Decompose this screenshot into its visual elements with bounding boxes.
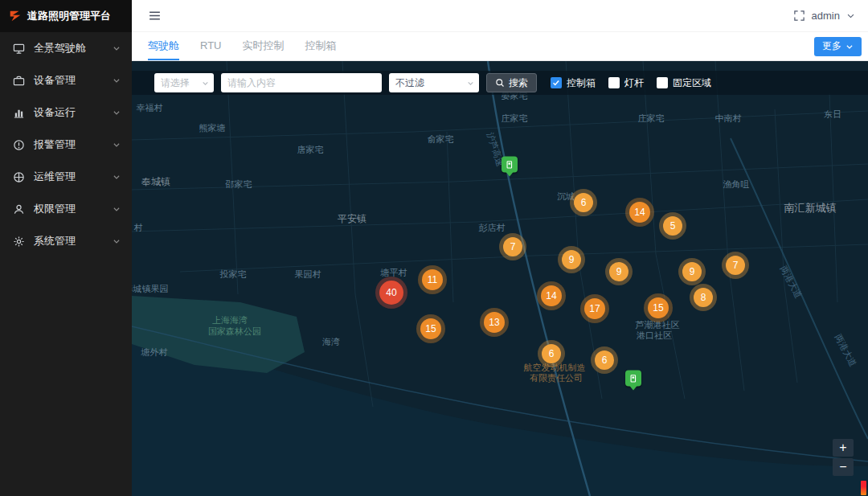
sidebar-item-device[interactable]: 设备管理 <box>0 64 132 96</box>
checkbox-label: 固定区域 <box>673 76 711 90</box>
filter-select[interactable]: 不过滤 <box>389 73 479 92</box>
user-name[interactable]: admin <box>812 10 840 22</box>
cluster-marker[interactable]: 14 <box>541 285 562 306</box>
logo-icon <box>8 9 23 23</box>
cluster-marker[interactable]: 6 <box>542 344 561 363</box>
checkbox-box[interactable] <box>608 77 620 88</box>
chevron-down-icon <box>113 109 121 117</box>
checkbox-fixed-region[interactable]: 固定区域 <box>657 76 711 90</box>
sidebar-item-system[interactable]: 系统管理 <box>0 225 132 257</box>
cluster-marker[interactable]: 17 <box>584 298 605 319</box>
more-button-label: 更多 <box>822 39 841 53</box>
search-icon <box>495 78 505 88</box>
chevron-down-icon <box>113 237 121 245</box>
tab-cockpit[interactable]: 驾驶舱 <box>148 32 179 60</box>
search-button[interactable]: 搜索 <box>486 73 537 92</box>
chevron-down-icon <box>113 205 121 213</box>
checkbox-control-box[interactable]: 控制箱 <box>551 76 596 90</box>
fullscreen-icon[interactable] <box>793 10 805 22</box>
chevron-down-icon <box>467 80 474 87</box>
layer-checkboxes: 控制箱 灯杆 固定区域 <box>551 76 711 90</box>
cluster-marker[interactable]: 7 <box>503 237 522 256</box>
top-header: admin <box>132 0 868 32</box>
cluster-marker[interactable]: 11 <box>422 269 443 290</box>
chevron-down-icon <box>113 173 121 181</box>
sidebar-item-label: 运维管理 <box>34 170 104 184</box>
app-root: 道路照明管理平台 全景驾驶舱 设备管理 设备运行 报警管理 运维管理 <box>0 0 868 496</box>
sidebar-item-maintenance[interactable]: 运维管理 <box>0 161 132 193</box>
hamburger-icon[interactable] <box>148 9 162 23</box>
station-pin[interactable] <box>625 370 641 394</box>
map-background <box>132 61 868 496</box>
sidebar-item-label: 全景驾驶舱 <box>34 41 104 55</box>
zoom-out-button[interactable]: − <box>833 458 854 476</box>
sidebar-item-cockpit[interactable]: 全景驾驶舱 <box>0 32 132 64</box>
chart-icon <box>13 106 26 119</box>
cluster-marker[interactable]: 5 <box>663 216 682 236</box>
cluster-marker[interactable]: 15 <box>648 297 669 318</box>
sidebar-item-label: 报警管理 <box>34 137 104 152</box>
cluster-marker[interactable]: 13 <box>484 312 505 333</box>
cluster-marker[interactable]: 9 <box>682 262 702 281</box>
map-canvas[interactable]: 请选择 不过滤 搜索 <box>132 61 868 496</box>
tab-box[interactable]: 控制箱 <box>305 32 336 60</box>
user-area: admin <box>793 10 855 22</box>
alarm-icon <box>13 138 26 151</box>
user-icon <box>13 203 26 215</box>
tab-realtime[interactable]: 实时控制 <box>242 32 284 60</box>
type-select[interactable]: 请选择 <box>154 73 214 92</box>
filter-select-value: 不过滤 <box>395 76 424 90</box>
cluster-marker[interactable]: 6 <box>574 193 593 212</box>
cluster-marker[interactable]: 14 <box>629 202 650 223</box>
gear-icon <box>13 235 26 248</box>
sidebar-item-label: 设备管理 <box>34 73 104 88</box>
pin-tip <box>629 385 637 394</box>
map-provider-logo <box>861 481 866 495</box>
sidebar-item-label: 权限管理 <box>34 202 104 216</box>
tab-rtu[interactable]: RTU <box>200 32 221 60</box>
cluster-marker[interactable]: 6 <box>595 350 614 370</box>
main-area: admin 驾驶舱RTU实时控制控制箱 更多 <box>132 0 868 496</box>
chevron-down-icon <box>113 44 121 52</box>
checkbox-box[interactable] <box>551 77 562 88</box>
checkbox-label: 控制箱 <box>567 76 596 90</box>
search-input[interactable] <box>221 73 382 92</box>
type-select-value: 请选择 <box>161 76 190 90</box>
tab-bar: 驾驶舱RTU实时控制控制箱 更多 <box>132 32 868 61</box>
checkbox-lamp-pole[interactable]: 灯杆 <box>608 76 644 90</box>
target-icon <box>13 170 26 183</box>
search-button-label: 搜索 <box>509 76 528 90</box>
sidebar-menu: 全景驾驶舱 设备管理 设备运行 报警管理 运维管理 权限管理 <box>0 32 132 257</box>
monitor-icon <box>13 42 26 55</box>
app-logo: 道路照明管理平台 <box>0 0 132 32</box>
cluster-marker[interactable]: 40 <box>379 281 403 305</box>
checkbox-label: 灯杆 <box>624 76 644 90</box>
sidebar-item-label: 系统管理 <box>34 234 104 248</box>
cluster-marker[interactable]: 8 <box>694 288 713 307</box>
cluster-marker[interactable]: 9 <box>562 250 581 269</box>
pin-tip <box>506 171 514 180</box>
chevron-down-icon[interactable] <box>846 11 855 20</box>
cluster-marker[interactable]: 7 <box>726 256 745 275</box>
sidebar: 道路照明管理平台 全景驾驶舱 设备管理 设备运行 报警管理 运维管理 <box>0 0 132 496</box>
sidebar-item-label: 设备运行 <box>34 105 104 120</box>
app-title: 道路照明管理平台 <box>27 9 111 23</box>
more-button[interactable]: 更多 <box>814 37 862 56</box>
zoom-in-button[interactable]: + <box>833 439 854 457</box>
cluster-marker[interactable]: 9 <box>609 262 628 281</box>
zoom-control: + − <box>833 439 854 476</box>
tabs: 驾驶舱RTU实时控制控制箱 <box>148 32 336 60</box>
checkbox-box[interactable] <box>657 77 668 88</box>
station-icon <box>502 156 518 172</box>
cluster-marker[interactable]: 15 <box>420 318 441 339</box>
sidebar-item-permission[interactable]: 权限管理 <box>0 193 132 225</box>
sidebar-item-operation[interactable]: 设备运行 <box>0 96 132 129</box>
chevron-down-icon <box>113 141 121 149</box>
filter-bar: 请选择 不过滤 搜索 <box>132 71 868 95</box>
station-pin[interactable] <box>502 156 518 180</box>
chevron-down-icon <box>202 80 209 87</box>
sidebar-item-alarm[interactable]: 报警管理 <box>0 129 132 161</box>
briefcase-icon <box>13 74 26 87</box>
chevron-down-icon <box>113 76 121 84</box>
station-icon <box>625 370 641 386</box>
